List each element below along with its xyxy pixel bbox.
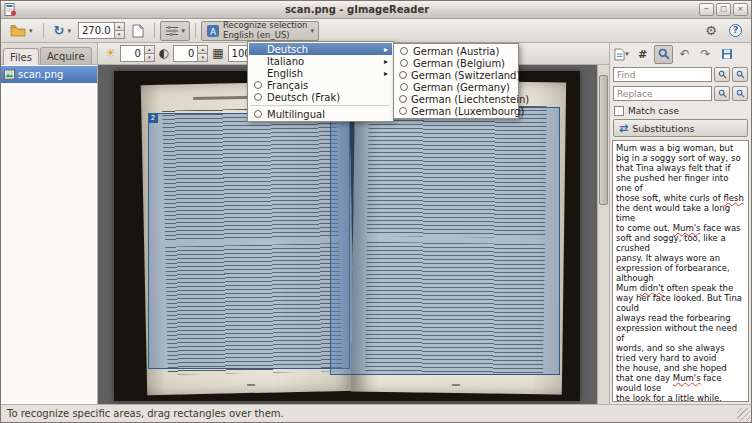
replace-input[interactable] xyxy=(613,86,712,101)
ocr-selection[interactable]: 4 xyxy=(330,107,560,375)
ocr-text-run: the look for a little while. xyxy=(616,393,722,402)
page-icon xyxy=(132,24,144,38)
ocr-text-run: those soft, white curls of xyxy=(616,193,723,203)
menu-item-label: German (Switzerland) xyxy=(411,70,520,81)
ocr-text-run: always read the forbearing expression wi… xyxy=(616,313,737,343)
redo-button[interactable]: ↷ xyxy=(696,45,715,64)
ocr-text-run: words, and so she always tried very hard… xyxy=(616,343,725,363)
find-input[interactable] xyxy=(613,67,712,82)
menu-lead xyxy=(253,93,263,101)
page-mode-button[interactable] xyxy=(127,21,149,41)
brightness-icon: ☀ xyxy=(105,47,116,60)
spin-up-button[interactable]: ▴ xyxy=(114,22,125,31)
insert-mode-icon xyxy=(614,48,625,61)
menu-item-german-belgium[interactable]: German (Belgium) xyxy=(395,57,517,69)
contrast-value[interactable]: 0 xyxy=(173,45,197,62)
ocr-text-run: that Tina always felt that if she pushed… xyxy=(616,163,730,193)
svg-text:A: A xyxy=(210,26,217,36)
spin-down-button[interactable]: ▾ xyxy=(114,31,125,39)
resize-grip[interactable] xyxy=(737,408,750,421)
match-case-checkbox[interactable] xyxy=(614,106,624,116)
spin-down-button[interactable]: ▾ xyxy=(197,54,208,62)
magnifier-icon xyxy=(658,48,670,60)
settings-button[interactable]: ⚙ xyxy=(700,21,722,41)
save-text-button[interactable] xyxy=(717,45,736,64)
close-button[interactable]: × xyxy=(733,3,748,16)
menu-lead xyxy=(399,59,409,67)
rotation-angle-spinbox[interactable]: 270.0 ▴ ▾ xyxy=(78,22,125,39)
menu-item-german-switzerland[interactable]: German (Switzerland) xyxy=(395,69,517,81)
hash-icon: # xyxy=(638,48,647,61)
chevron-down-icon: ▾ xyxy=(182,27,186,35)
spin-down-button[interactable]: ▾ xyxy=(144,54,155,62)
misspelled-word: Mum's xyxy=(673,223,701,233)
spin-up-button[interactable]: ▴ xyxy=(197,45,208,54)
statusbar: To recognize specific areas, drag rectan… xyxy=(1,404,751,422)
spin-arrows: ▴ ▾ xyxy=(144,45,155,62)
menu-item-german-austria[interactable]: German (Austria) xyxy=(395,45,517,57)
menu-item-deutsch-frak[interactable]: Deutsch (Frak) xyxy=(249,91,392,103)
menu-item-label: English xyxy=(267,68,380,79)
contrast-spinbox[interactable]: 0 ▴ ▾ xyxy=(173,45,208,62)
spin-arrows: ▴ ▾ xyxy=(197,45,208,62)
selection-number: 2 xyxy=(148,113,158,123)
rotate-icon: ↻ xyxy=(54,24,65,37)
radio-icon xyxy=(254,81,262,89)
rotation-angle-value[interactable]: 270.0 xyxy=(78,22,114,39)
chevron-down-icon: ▾ xyxy=(29,27,33,35)
replace-button[interactable] xyxy=(714,86,730,101)
recognize-button[interactable]: A Recognize selection English (en_US) ▾ xyxy=(201,21,319,41)
output-panel: ▾ # ↶ ↷ xyxy=(609,43,751,404)
menu-item-label: German (Austria) xyxy=(413,46,513,57)
strip-linebreaks-button[interactable]: # xyxy=(633,45,652,64)
file-item-selected[interactable]: scan.png xyxy=(1,66,97,83)
menu-item-label: Deutsch (Frak) xyxy=(267,92,388,103)
substitutions-button[interactable]: ⇄ Substitutions xyxy=(613,119,748,137)
menu-item-label: German (Germany) xyxy=(413,82,513,93)
spin-up-button[interactable]: ▴ xyxy=(144,45,155,54)
open-button[interactable]: ▾ xyxy=(5,21,38,41)
replace-all-button[interactable] xyxy=(732,86,748,101)
menu-item-german-liechtenstein[interactable]: German (Liechtenstein) xyxy=(395,93,517,105)
menu-item-fran-ais[interactable]: Français xyxy=(249,79,392,91)
menu-item-label: Italiano xyxy=(267,56,380,67)
find-replace-toggle-button[interactable] xyxy=(654,45,673,64)
menu-item-german-luxembourg[interactable]: German (Luxembourg) xyxy=(395,105,517,117)
ocr-text-run: Mum was a big woman, but big in a soggy … xyxy=(616,143,741,163)
rotate-mode-button[interactable]: ↻ ▾ xyxy=(49,21,76,41)
titlebar: scan.png - gImageReader − □ × xyxy=(1,1,751,19)
ocr-selection[interactable]: 2 xyxy=(148,113,350,369)
maximize-button[interactable]: □ xyxy=(716,3,731,16)
brightness-spinbox[interactable]: 0 ▴ ▾ xyxy=(120,45,155,62)
output-insert-mode-button[interactable]: ▾ xyxy=(612,45,631,64)
minimize-button[interactable]: − xyxy=(699,3,714,16)
tab-acquire[interactable]: Acquire xyxy=(40,47,92,64)
menu-item-italiano[interactable]: Italiano▸ xyxy=(249,55,392,67)
gear-icon: ⚙ xyxy=(705,24,717,38)
ocr-text-area[interactable]: Mum was a big woman, but big in a soggy … xyxy=(612,140,749,402)
find-previous-button[interactable] xyxy=(714,67,730,82)
scrollbar-thumb[interactable] xyxy=(599,75,608,205)
tab-files[interactable]: Files xyxy=(3,48,39,65)
submenu-arrow-icon: ▸ xyxy=(384,69,388,78)
ocr-text-run: pansy. It always wore an expression of f… xyxy=(616,253,730,283)
find-next-button[interactable] xyxy=(732,67,748,82)
undo-button[interactable]: ↶ xyxy=(675,45,694,64)
toolbar-separator xyxy=(43,23,44,38)
help-button[interactable]: ? xyxy=(724,21,747,41)
redo-icon: ↷ xyxy=(700,47,710,61)
brightness-value[interactable]: 0 xyxy=(120,45,144,62)
menu-item-deutsch[interactable]: Deutsch▸ xyxy=(249,43,392,55)
sources-tabs: Files Acquire xyxy=(1,43,97,65)
image-vertical-scrollbar[interactable] xyxy=(597,65,609,404)
page-number-mark xyxy=(452,384,460,386)
misspelled-word: flesh xyxy=(723,193,743,203)
menu-lead xyxy=(253,110,263,118)
menu-item-multilingual[interactable]: Multilingual xyxy=(249,108,392,120)
menu-item-german-germany[interactable]: German (Germany) xyxy=(395,81,517,93)
ocr-paragraph: Mum was a big woman, but big in a soggy … xyxy=(616,143,745,402)
menu-lead xyxy=(399,107,407,115)
image-controls-button[interactable]: ▾ xyxy=(160,21,191,41)
radio-icon xyxy=(400,47,408,55)
menu-item-english[interactable]: English▸ xyxy=(249,67,392,79)
